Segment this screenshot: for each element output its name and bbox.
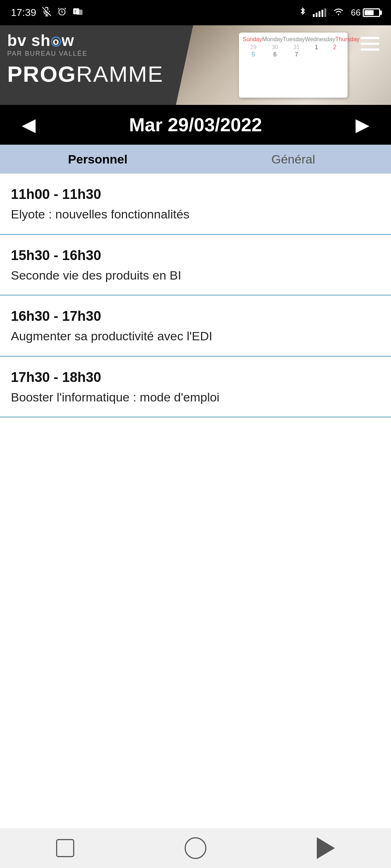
cal-day-tuesday: Tuesday [283,36,305,43]
event-title-2: Augmenter sa productivité avec l'EDI [11,328,380,345]
battery-fill [365,10,374,15]
status-right: 66 [299,7,380,19]
event-time-1: 15h30 - 16h30 [11,248,380,263]
status-left: 17:39 T [11,7,83,19]
cal-cell: 29 [250,44,257,51]
alarm-icon [57,7,67,19]
app-header: Sunday Monday Tuesday Wednesday Thursday… [0,25,391,105]
event-item-0[interactable]: 11h00 - 11h30 Elyote : nouvelles fonctio… [0,174,391,235]
calendar-rows: 29 30 31 1 2 5 6 7 [243,44,344,58]
event-item-3[interactable]: 17h30 - 18h30 Booster l'informatique : m… [0,357,391,418]
tab-bar: Personnel Général [0,145,391,174]
tab-personnel[interactable]: Personnel [0,145,196,174]
svg-text:T: T [75,9,77,13]
event-time-2: 16h30 - 17h30 [11,309,380,324]
cal-day-monday: Monday [262,36,283,43]
nav-triangle-icon [317,837,335,859]
battery-indicator: 66 [351,8,380,18]
signal-icon [313,8,326,17]
calendar-header-row: Sunday Monday Tuesday Wednesday Thursday [243,36,344,43]
svg-point-7 [338,14,339,15]
cal-cell: 1 [315,44,318,51]
bv-show-logo: bv show [7,33,163,48]
current-date-label: Mar 29/03/2022 [129,114,262,136]
tab-general-label: Général [272,152,315,166]
next-date-button[interactable]: ▶ [348,111,377,139]
cal-day-thursday: Thursday [335,36,360,43]
cal-cell: 6 [273,51,277,58]
event-title-1: Seconde vie des produits en BI [11,267,380,284]
tab-general[interactable]: Général [196,145,391,174]
status-bar: 17:39 T [0,0,391,25]
cal-row-1: 29 30 31 1 2 [243,44,344,51]
nav-circle-icon [185,837,206,859]
bottom-navigation-bar [0,828,391,868]
event-title-0: Elyote : nouvelles fonctionnalités [11,206,380,223]
hamburger-menu-button[interactable] [358,34,382,54]
event-time-0: 11h00 - 11h30 [11,187,380,202]
cal-row-2: 5 6 7 [243,51,344,58]
programme-bold: PROG [7,61,76,86]
events-list: 11h00 - 11h30 Elyote : nouvelles fonctio… [0,174,391,417]
cal-day-sunday: Sunday [243,36,262,43]
wifi-icon [333,7,344,18]
cal-cell: 5 [252,51,255,58]
nav-square-icon [56,839,74,857]
battery-percent: 66 [351,8,361,18]
cal-day-wednesday: Wednesday [305,36,335,43]
logo-o-icon: o [51,37,61,47]
nav-home-button[interactable] [181,834,210,863]
bluetooth-icon [299,7,306,19]
hamburger-line-2 [361,43,379,45]
programme-light: RAMME [76,61,164,86]
mute-icon [42,7,51,19]
time-display: 17:39 [11,7,36,18]
calendar-decoration: Sunday Monday Tuesday Wednesday Thursday… [239,33,348,98]
nav-recent-button[interactable] [311,834,340,863]
tab-personnel-label: Personnel [68,152,127,166]
cal-cell: 2 [333,44,336,51]
date-navigation: ◀ Mar 29/03/2022 ▶ [0,105,391,145]
event-time-3: 17h30 - 18h30 [11,370,380,385]
event-item-2[interactable]: 16h30 - 17h30 Augmenter sa productivité … [0,295,391,357]
svg-rect-5 [76,9,83,15]
par-bureau-vallee-text: PAR BUREAU VALLÉE [7,50,163,58]
event-title-3: Booster l'informatique : mode d'emploi [11,389,380,406]
hamburger-line-3 [361,48,379,51]
prev-date-button[interactable]: ◀ [14,111,43,139]
cal-cell: 31 [293,44,300,51]
cal-cell: 30 [272,44,278,51]
teams-icon: T [72,7,83,19]
battery-icon [363,8,380,17]
content-spacer [0,417,391,743]
hamburger-line-1 [361,37,379,39]
programme-title: PROGRAMME [7,61,163,87]
event-item-1[interactable]: 15h30 - 16h30 Seconde vie des produits e… [0,235,391,296]
logo-area: bv show PAR BUREAU VALLÉE PROGRAMME [7,33,163,87]
nav-back-button[interactable] [51,834,80,863]
cal-cell: 7 [295,51,298,58]
